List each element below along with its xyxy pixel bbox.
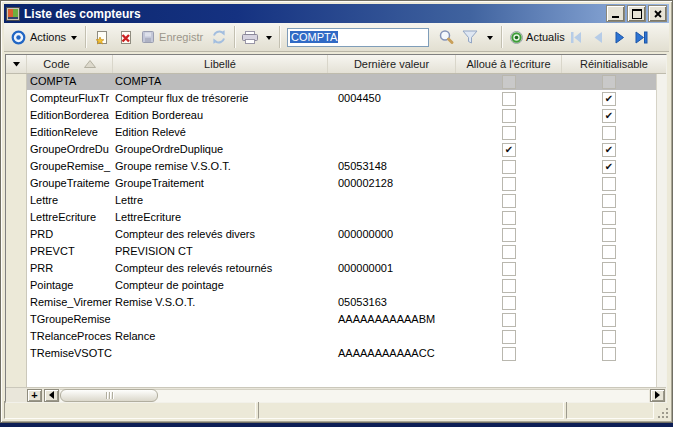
checkbox-reinitialisable[interactable] [602,330,616,344]
resize-grip[interactable] [656,401,669,419]
checkbox-alloue-ecriture[interactable] [502,211,516,225]
table-row[interactable]: TRelanceProcesRelance [27,328,656,345]
cell-derniere-valeur: 05053148 [328,158,456,175]
table-row[interactable]: PRDCompteur des relevés divers000000000 [27,226,656,243]
cell-alloue-ecriture [456,345,562,362]
checkbox-alloue-ecriture[interactable] [502,160,516,174]
cell-derniere-valeur: 000000000 [328,226,456,243]
grid-body: COMPTACOMPTACompteurFluxTrCompteur flux … [27,73,656,388]
cell-libelle: COMPTA [113,73,328,90]
checkbox-reinitialisable[interactable] [602,211,616,225]
checkbox-reinitialisable[interactable] [602,177,616,191]
column-header-reinitialisable[interactable]: Réinitialisable [562,55,666,73]
table-row[interactable]: TRemiseVSOTCAAAAAAAAAAACC [27,345,656,362]
table-row[interactable]: COMPTACOMPTA [27,73,656,90]
filter-options-button[interactable] [482,25,498,49]
checkbox-alloue-ecriture[interactable]: ✔ [502,143,516,157]
save-button[interactable]: Enregistr [137,25,207,49]
toolbar-separator [279,26,280,48]
checkbox-alloue-ecriture[interactable] [502,126,516,140]
checkbox-alloue-ecriture[interactable] [502,75,516,89]
table-row[interactable]: CompteurFluxTrCompteur flux de trésoreri… [27,90,656,107]
table-row[interactable]: PREVCTPREVISION CT [27,243,656,260]
checkbox-alloue-ecriture[interactable] [502,330,516,344]
nav-previous-button[interactable] [587,26,609,48]
checkbox-reinitialisable[interactable] [602,313,616,327]
nav-first-button[interactable] [565,26,587,48]
horizontal-scrollbar-thumb[interactable] [60,389,158,402]
table-row[interactable]: TGroupeRemiseAAAAAAAAAAABM [27,311,656,328]
vertical-scrollbar-track[interactable] [656,73,666,388]
checkbox-alloue-ecriture[interactable] [502,177,516,191]
search-button[interactable] [434,25,458,49]
add-record-button[interactable]: + [27,389,42,402]
table-row[interactable]: EditionBordereaEdition Bordereau✔ [27,107,656,124]
checkbox-reinitialisable[interactable]: ✔ [602,92,616,106]
scroll-right-button[interactable] [650,389,665,402]
table-row[interactable]: GroupeOrdreDuGroupeOrdreDuplique✔✔ [27,141,656,158]
cell-alloue-ecriture [456,107,562,124]
checkbox-reinitialisable[interactable] [602,296,616,310]
print-button[interactable] [238,25,262,49]
print-caret-icon [266,36,272,40]
column-header-derniere-valeur[interactable]: Dernière valeur [328,55,456,73]
print-options-button[interactable] [262,25,276,49]
nav-next-button[interactable] [609,26,631,48]
checkbox-alloue-ecriture[interactable] [502,296,516,310]
checkbox-alloue-ecriture[interactable] [502,313,516,327]
cell-libelle: Compteur flux de trésorerie [113,90,328,107]
cell-code: TRemiseVSOTC [27,345,113,362]
actions-button[interactable]: Actions [7,25,82,49]
window-title: Liste des compteurs [24,7,604,21]
table-row[interactable]: LettreEcritureLettreEcriture [27,209,656,226]
column-header-code[interactable]: Code [27,55,113,73]
cell-reinitialisable [562,260,656,277]
checkbox-alloue-ecriture[interactable] [502,109,516,123]
maximize-button[interactable] [627,5,646,22]
checkbox-reinitialisable[interactable] [602,262,616,276]
checkbox-alloue-ecriture[interactable] [502,262,516,276]
filter-button[interactable] [458,25,482,49]
status-panel [258,401,564,419]
column-header-libelle[interactable]: Libellé [113,55,328,73]
checkbox-reinitialisable[interactable] [602,75,616,89]
checkbox-alloue-ecriture[interactable] [502,245,516,259]
checkbox-reinitialisable[interactable]: ✔ [602,143,616,157]
cell-libelle: Edition Relevé [113,124,328,141]
header-gutter-cell[interactable] [6,55,27,73]
checkbox-alloue-ecriture[interactable] [502,92,516,106]
refresh-button[interactable] [207,25,231,49]
table-row[interactable]: PRRCompteur des relevés retournés0000000… [27,260,656,277]
search-input[interactable]: COMPTA [287,28,429,47]
scroll-left-button[interactable] [44,389,59,402]
horizontal-scrollbar-track[interactable] [60,389,649,402]
checkbox-reinitialisable[interactable]: ✔ [602,109,616,123]
nav-last-button[interactable] [631,26,653,48]
checkbox-reinitialisable[interactable] [602,245,616,259]
checkbox-reinitialisable[interactable] [602,194,616,208]
table-row[interactable]: Remise_ViremerRemise V.S.O.T.05053163 [27,294,656,311]
table-row[interactable]: EditionReleveEdition Relevé [27,124,656,141]
column-header-alloue-ecriture[interactable]: Alloué à l'écriture [456,55,562,73]
new-button[interactable] [89,25,113,49]
save-label: Enregistr [159,31,203,43]
cell-alloue-ecriture [456,158,562,175]
checkbox-alloue-ecriture[interactable] [502,194,516,208]
close-button[interactable] [648,5,667,22]
checkbox-reinitialisable[interactable]: ✔ [602,160,616,174]
checkbox-alloue-ecriture[interactable] [502,228,516,242]
checkbox-alloue-ecriture[interactable] [502,279,516,293]
checkbox-reinitialisable[interactable] [602,347,616,361]
checkbox-reinitialisable[interactable] [602,228,616,242]
checkbox-reinitialisable[interactable] [602,126,616,140]
minimize-button[interactable] [606,5,625,22]
table-row[interactable]: GroupeRemise_Groupe remise V.S.O.T.05053… [27,158,656,175]
table-row[interactable]: PointageCompteur de pointage [27,277,656,294]
table-row[interactable]: LettreLettre [27,192,656,209]
cell-alloue-ecriture [456,192,562,209]
checkbox-alloue-ecriture[interactable] [502,347,516,361]
refresh-list-button[interactable]: Actualis [505,25,565,49]
table-row[interactable]: GroupeTraitemeGroupeTraitement000002128 [27,175,656,192]
checkbox-reinitialisable[interactable] [602,279,616,293]
delete-button[interactable] [113,25,137,49]
